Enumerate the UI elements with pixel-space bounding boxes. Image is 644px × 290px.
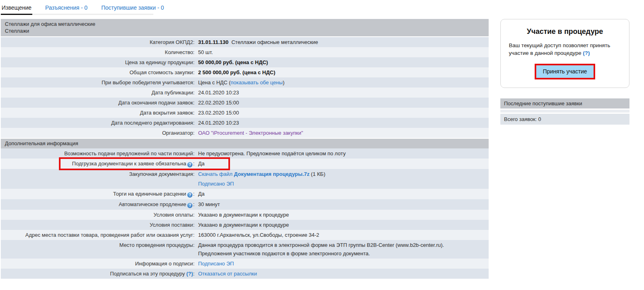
info-row-delivery-address: Адрес места поставки товара, проведения … [1, 230, 489, 240]
row-label: Возможность подачи предложений по части … [1, 148, 196, 159]
info-row-unit-price: Цена за единицу продукции: 50 000,00 руб… [1, 57, 489, 67]
participation-box: Участие в процедуре Ваш текущий доступ п… [500, 19, 629, 88]
row-value: Данная процедура проводится в электронно… [196, 240, 489, 259]
row-label: Подгрузка документации к заявке обязател… [1, 159, 196, 169]
info-row-total-price: Общая стоимость закупки: 2 500 000,00 ру… [1, 67, 489, 77]
info-row-quantity: Количество: 50 шт. [1, 47, 489, 57]
label-colon: : [193, 191, 194, 197]
info-row-okpd: Категория ОКПД2: 31.01.11.130 Стеллажи о… [1, 37, 489, 47]
row-value: Подписано ЭП [196, 259, 489, 269]
tab-bar: Извещение Разъяснения - 0 Поступившие за… [1, 2, 153, 15]
docs-line1: Скачать файл Документация процедуры.7z (… [198, 171, 325, 177]
latest-bids-spacer [500, 110, 629, 113]
procedure-info-table: Стеллажи для офиса металлические Стеллаж… [1, 19, 489, 279]
auto-extension-label: Автоматическое продление [119, 201, 186, 207]
row-label: Закупочная документация: [1, 169, 196, 189]
info-row-doc-required: Подгрузка документации к заявке обязател… [1, 159, 489, 169]
page-layout: Стеллажи для офиса металлические Стеллаж… [0, 19, 644, 279]
info-row-partial-bids: Возможность подачи предложений по части … [1, 148, 489, 159]
tab-received-bids[interactable]: Поступившие заявки - 0 [100, 2, 165, 14]
section-header-additional-info: Дополнительная информация [1, 138, 489, 148]
row-value: 50 шт. [196, 47, 489, 57]
info-row-unit-bidding: Торги на единичные расценки?: Да [1, 189, 489, 199]
label-colon: : [193, 161, 194, 167]
procedure-title-line2: Стеллажи [5, 27, 485, 34]
participation-title: Участие в процедуре [509, 27, 621, 36]
file-name-link[interactable]: Документация процедуры.7z [234, 171, 309, 177]
row-value: Не предусмотрена. Предложение подаётся ц… [196, 148, 489, 159]
row-value: ОАО "iProcurement - Электронные закупки" [196, 128, 489, 138]
row-value: 2 500 000,00 руб. (цена с НДС) [196, 67, 489, 77]
row-value: 24.01.2020 10:23 [196, 118, 489, 128]
row-label: При выборе победителя учитывается: [1, 77, 196, 88]
row-value: 24.01.2020 10:23 [196, 88, 489, 98]
info-row-venue: Место проведения процедуры: Данная проце… [1, 240, 489, 259]
row-label: Количество: [1, 47, 196, 57]
unit-bidding-label: Торги на единичные расценки [113, 191, 186, 197]
row-value: 22.02.2020 15:00 [196, 98, 489, 108]
participation-button-area: Принять участие [509, 64, 621, 79]
info-row-signature-info: Информация о подписи: Подписано ЭП [1, 259, 489, 269]
row-label: Информация о подписи: [1, 259, 196, 269]
winner-value-post: ) [283, 79, 284, 86]
info-row-publication-date: Дата публикации: 24.01.2020 10:23 [1, 88, 489, 98]
download-file-link[interactable]: Скачать файл [198, 171, 232, 177]
unsubscribe-link[interactable]: Отказаться от рассылки [198, 271, 257, 277]
info-row-last-edit: Дата последнего редактирования: 24.01.20… [1, 118, 489, 128]
row-label: Условия поставки: [1, 220, 196, 230]
row-label: Адрес места поставки товара, проведения … [1, 230, 196, 240]
row-value: Цена с НДС (показывать обе цены) [196, 77, 489, 88]
row-label: Цена за единицу продукции: [1, 57, 196, 67]
help-icon[interactable]: ? [187, 162, 192, 167]
row-label: Дата публикации: [1, 88, 196, 98]
participation-text-body: Ваш текущий доступ позволяет принять уча… [509, 42, 610, 56]
tab-clarifications[interactable]: Разъяснения - 0 [44, 2, 88, 14]
info-row-winner-criteria: При выборе победителя учитывается: Цена … [1, 77, 489, 88]
row-value: Указано в документации к процедуре [196, 220, 489, 230]
latest-bids-total: Всего заявок: 0 [500, 114, 629, 125]
row-label: Подписаться на эту процедуру (?): [1, 269, 196, 279]
row-value: Отказаться от рассылки [196, 269, 489, 279]
row-label: Автоматическое продление?: [1, 199, 196, 210]
organizer-link[interactable]: ОАО "iProcurement - Электронные закупки" [198, 130, 303, 136]
row-value: 163000 г.Архангельск, ул.Свободы, строен… [196, 230, 489, 240]
row-value: 31.01.11.130 Стеллажи офисные металличес… [196, 37, 489, 47]
okpd-code: 31.01.11.130 [198, 39, 228, 45]
info-row-delivery-terms: Условия поставки: Указано в документации… [1, 220, 489, 230]
info-row-organizer: Организатор: ОАО "iProcurement - Электро… [1, 128, 489, 138]
row-label: Место проведения процедуры: [1, 240, 196, 259]
signed-ep-link[interactable]: Подписано ЭП [198, 181, 234, 187]
row-value: 30 минут [196, 199, 489, 210]
signature-signed-ep-link[interactable]: Подписано ЭП [198, 261, 234, 267]
info-row-subscribe: Подписаться на эту процедуру (?): Отказа… [1, 269, 489, 279]
row-label: Общая стоимость закупки: [1, 67, 196, 77]
subscribe-help[interactable]: (?) [186, 271, 193, 277]
procedure-title-line1: Стеллажи для офиса металлические [5, 21, 485, 27]
take-part-button[interactable]: Принять участие [536, 65, 594, 78]
help-icon[interactable]: ? [187, 203, 192, 208]
procedure-title: Стеллажи для офиса металлические Стеллаж… [1, 19, 489, 37]
row-label: Категория ОКПД2: [1, 37, 196, 47]
latest-bids-panel: Последние поступившие заявки Всего заяво… [500, 98, 629, 125]
info-row-procurement-docs: Закупочная документация: Скачать файл До… [1, 169, 489, 189]
row-value: Указано в документации к процедуре [196, 210, 489, 220]
help-icon[interactable]: ? [187, 192, 192, 198]
show-both-prices-link[interactable]: показывать обе цены [231, 79, 283, 86]
annotation-red-box-button: Принять участие [535, 64, 595, 79]
row-label: Дата окончания подачи заявок: [1, 98, 196, 108]
latest-bids-header: Последние поступившие заявки [500, 98, 629, 108]
info-row-bid-deadline: Дата окончания подачи заявок: 22.02.2020… [1, 98, 489, 108]
subscribe-label: Подписаться на эту процедуру [110, 271, 185, 277]
label-colon: : [193, 201, 194, 207]
side-panel: Участие в процедуре Ваш текущий доступ п… [500, 19, 629, 279]
row-value: Да [196, 189, 489, 199]
winner-value-pre: Цена с НДС ( [198, 79, 231, 86]
info-row-payment-terms: Условия оплаты: Указано в документации к… [1, 210, 489, 220]
venue-line1: Данная процедура проводится в электронно… [198, 242, 485, 248]
tab-notice[interactable]: Извещение [1, 2, 32, 15]
participation-help[interactable]: (?) [583, 50, 590, 56]
info-row-bid-opening: Дата вскрытия заявок: 23.02.2020 15:00 [1, 108, 489, 118]
row-value: 50 000,00 руб. (цена с НДС) [196, 57, 489, 67]
row-value: Да [196, 159, 489, 169]
info-row-auto-extension: Автоматическое продление?: 30 минут [1, 199, 489, 210]
